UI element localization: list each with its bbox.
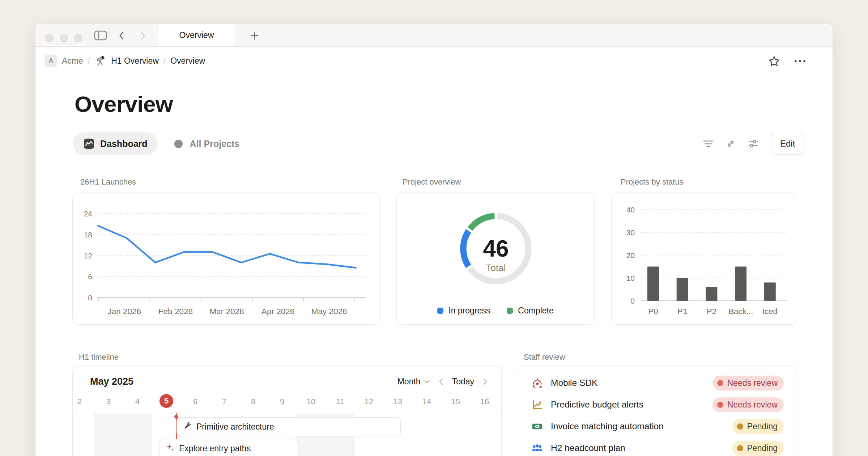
- status-dot: [717, 402, 723, 408]
- timeline-day[interactable]: 10: [304, 397, 318, 406]
- banknote-green-icon: [531, 421, 543, 432]
- status-label: Pending: [747, 422, 778, 431]
- staff-review-row[interactable]: Predictive budget alertsNeeds review: [531, 394, 784, 415]
- view-tab-all-projects[interactable]: All Projects: [173, 138, 240, 149]
- timeline-day[interactable]: 13: [391, 397, 405, 406]
- breadcrumb-workspace[interactable]: Acme: [62, 56, 83, 66]
- view-tab-dashboard[interactable]: Dashboard: [73, 132, 158, 155]
- window-minimize-button[interactable]: [60, 34, 68, 42]
- staff-item-label: H2 headcount plan: [551, 443, 724, 453]
- staff-review-row[interactable]: H2 headcount planPending: [531, 437, 784, 456]
- new-tab-icon[interactable]: [247, 30, 261, 41]
- projects-by-status-bar-card[interactable]: 010203040P0P1P2Back...Iced: [611, 193, 796, 325]
- status-dot: [717, 380, 723, 386]
- timeline-today-button[interactable]: Today: [452, 377, 474, 387]
- timeline-prev-icon[interactable]: [439, 378, 443, 385]
- by-status-section-title: Projects by status: [621, 177, 684, 187]
- status-label: Pending: [747, 443, 778, 453]
- timeline-body: Primitive architectureExplore entry path…: [73, 413, 501, 456]
- status-dot: [737, 423, 743, 430]
- view-tabs: Dashboard All Projects: [73, 132, 239, 155]
- legend-label: Complete: [518, 306, 553, 316]
- timeline-zoom-label: Month: [397, 377, 421, 387]
- timeline-day[interactable]: 14: [420, 397, 434, 406]
- filter-icon[interactable]: [701, 136, 715, 151]
- legend-color-chip: [437, 308, 443, 314]
- edit-button-label: Edit: [780, 139, 795, 149]
- status-badge[interactable]: Needs review: [712, 376, 784, 390]
- window-close-button[interactable]: [45, 34, 54, 42]
- svg-text:Jan 2026: Jan 2026: [108, 307, 141, 316]
- status-label: Needs review: [727, 378, 778, 388]
- launches-section-title: 26H1 Launches: [80, 177, 136, 187]
- desktop-background: Overview A Acme / H1 Overview / Overview…: [0, 0, 868, 456]
- sidebar-toggle-icon[interactable]: [93, 30, 108, 41]
- timeline-card[interactable]: May 2025 Month Today 2345678910111213141…: [72, 366, 502, 456]
- svg-text:Apr 2026: Apr 2026: [261, 307, 294, 316]
- timeline-day[interactable]: 15: [448, 397, 463, 406]
- status-badge[interactable]: Pending: [732, 419, 784, 434]
- timeline-next-icon[interactable]: [483, 378, 488, 385]
- svg-text:30: 30: [626, 228, 635, 237]
- timeline-date-row: 2345678910111213141516: [73, 394, 501, 409]
- timeline-day[interactable]: 8: [246, 397, 260, 406]
- timeline-day[interactable]: 2: [72, 397, 87, 406]
- breadcrumb-current-page[interactable]: Overview: [170, 56, 205, 66]
- window-tab-bar: Overview: [35, 24, 833, 47]
- forward-icon[interactable]: [135, 30, 150, 41]
- svg-text:Mar 2026: Mar 2026: [209, 307, 244, 316]
- staff-section-title: Staff review: [524, 352, 565, 362]
- breadcrumb-parent-page[interactable]: H1 Overview: [111, 56, 159, 66]
- staff-review-row[interactable]: Invoice matching automationPending: [531, 415, 784, 437]
- breadcrumb-separator: /: [88, 56, 90, 66]
- svg-text:Back...: Back...: [728, 307, 753, 316]
- timeline-day[interactable]: 11: [333, 397, 347, 406]
- legend-label: In progress: [448, 306, 490, 316]
- favorite-star-icon[interactable]: [767, 55, 781, 67]
- launches-line-chart-card[interactable]: 06121824Jan 2026Feb 2026Mar 2026Apr 2026…: [72, 193, 380, 325]
- workspace-avatar[interactable]: A: [45, 55, 57, 67]
- status-badge[interactable]: Needs review: [712, 397, 784, 412]
- settings-sliders-icon[interactable]: [746, 136, 760, 151]
- timeline-day-today[interactable]: 5: [159, 394, 173, 408]
- edit-button[interactable]: Edit: [771, 133, 804, 155]
- staff-item-label: Predictive budget alerts: [551, 400, 705, 410]
- svg-text:40: 40: [626, 206, 635, 214]
- window-zoom-button[interactable]: [74, 34, 82, 42]
- staff-item-label: Invoice matching automation: [551, 421, 724, 431]
- staff-review-card[interactable]: Mobile SDKNeeds reviewPredictive budget …: [518, 366, 797, 456]
- timeline-task[interactable]: Primitive architecture: [176, 417, 401, 436]
- svg-text:Total: Total: [486, 262, 506, 273]
- timeline-task[interactable]: Explore entry paths: [159, 439, 298, 456]
- tab-overview[interactable]: Overview: [158, 24, 235, 46]
- more-options-icon[interactable]: [793, 55, 807, 67]
- timeline-zoom-selector[interactable]: Month: [397, 377, 430, 387]
- project-overview-donut-card[interactable]: 46TotalIn progressComplete: [396, 193, 595, 325]
- view-toolbar: Edit: [701, 132, 804, 155]
- project-overview-section-title: Project overview: [403, 177, 461, 187]
- timeline-day[interactable]: 3: [101, 397, 116, 406]
- timeline-day[interactable]: 6: [188, 397, 203, 406]
- svg-text:0: 0: [630, 297, 635, 305]
- status-badge[interactable]: Pending: [732, 441, 784, 456]
- back-icon[interactable]: [114, 30, 129, 41]
- timeline-day[interactable]: 12: [362, 397, 376, 406]
- timeline-section-title: H1 timeline: [79, 352, 119, 362]
- dashboard-chart-icon: [83, 138, 95, 149]
- sparkle-icon: [166, 443, 174, 454]
- legend-item: Complete: [507, 306, 553, 316]
- timeline-day[interactable]: 7: [217, 397, 231, 406]
- expand-icon[interactable]: [723, 136, 738, 151]
- svg-text:20: 20: [626, 251, 635, 259]
- timeline-day[interactable]: 9: [275, 397, 289, 406]
- telescope-icon: [95, 55, 106, 67]
- timeline-task-label: Explore entry paths: [179, 444, 251, 453]
- timeline-day[interactable]: 4: [130, 397, 145, 406]
- launches-line-chart: 06121824Jan 2026Feb 2026Mar 2026Apr 2026…: [73, 193, 379, 324]
- timeline-day[interactable]: 16: [477, 397, 492, 406]
- timeline-month-label: May 2025: [90, 376, 133, 387]
- svg-text:18: 18: [84, 231, 92, 239]
- staff-review-row[interactable]: Mobile SDKNeeds review: [531, 372, 784, 394]
- breadcrumb: A Acme / H1 Overview / Overview: [45, 54, 205, 68]
- chart-gold-icon: [531, 399, 543, 410]
